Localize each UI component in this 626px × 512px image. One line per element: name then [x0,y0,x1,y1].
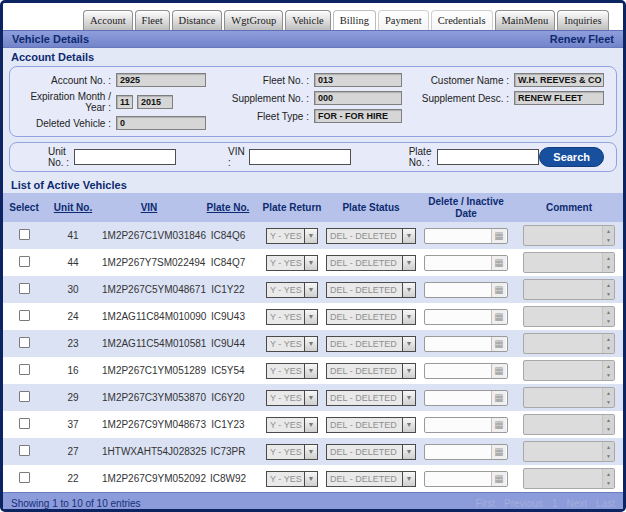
column-header-unit-no-[interactable]: Unit No. [45,193,101,222]
plate-return-select[interactable]: Y - YES ▼ [266,255,318,271]
calendar-icon[interactable]: ▦ [491,283,506,297]
renew-fleet-link[interactable]: Renew Fleet [550,33,614,45]
tab-fleet[interactable]: Fleet [135,10,170,30]
chevron-down-icon: ▼ [304,391,317,405]
vehicle-row: 29 1M2P267C3YM053870 IC6Y20 Y - YES ▼ DE… [3,384,623,411]
plate-return-select[interactable]: Y - YES ▼ [266,282,318,298]
select-checkbox[interactable] [19,337,30,348]
vehicle-details-page: AccountFleetDistanceWgtGroupVehicleBilli… [0,0,626,512]
pagination-previous[interactable]: Previous [504,498,543,509]
plate-status-select[interactable]: DEL - DELETED ▼ [326,471,416,487]
plate-return-select[interactable]: Y - YES ▼ [266,336,318,352]
delete-inactive-date-input[interactable]: ▦ [424,444,508,460]
calendar-icon[interactable]: ▦ [491,391,506,405]
calendar-icon[interactable]: ▦ [491,472,506,486]
unit-no-cell: 27 [45,438,101,465]
plate-return-select[interactable]: Y - YES ▼ [266,390,318,406]
chevron-down-icon: ▼ [402,391,415,405]
select-checkbox[interactable] [19,310,30,321]
delete-inactive-date-input[interactable]: ▦ [424,309,508,325]
column-header-vin[interactable]: VIN [101,193,197,222]
calendar-icon[interactable]: ▦ [491,364,506,378]
delete-inactive-date-input[interactable]: ▦ [424,390,508,406]
calendar-icon[interactable]: ▦ [491,229,506,243]
plate-return-select[interactable]: Y - YES ▼ [266,363,318,379]
tab-mainmenu[interactable]: MainMenu [495,10,556,30]
tab-vehicle[interactable]: Vehicle [285,10,331,30]
plate-no-input[interactable] [437,149,539,165]
calendar-icon[interactable]: ▦ [491,256,506,270]
delete-inactive-date-input[interactable]: ▦ [424,282,508,298]
plate-status-select[interactable]: DEL - DELETED ▼ [326,255,416,271]
expiration-year-field: 2015 [137,95,173,109]
select-checkbox[interactable] [19,418,30,429]
comment-textarea: ▲▼ [523,468,615,489]
plate-status-select[interactable]: DEL - DELETED ▼ [326,417,416,433]
comment-textarea: ▲▼ [523,306,615,327]
supplement-desc-field: RENEW FLEET [514,91,604,105]
delete-inactive-date-input[interactable]: ▦ [424,363,508,379]
select-checkbox[interactable] [19,472,30,483]
tab-inquiries[interactable]: Inquiries [557,10,608,30]
pagination-last[interactable]: Last [596,498,615,509]
vin-input[interactable] [249,149,351,165]
comment-textarea: ▲▼ [523,252,615,273]
spinner-arrows-icon: ▲▼ [602,334,614,353]
plate-status-select[interactable]: DEL - DELETED ▼ [326,390,416,406]
plate-return-select[interactable]: Y - YES ▼ [266,471,318,487]
vehicle-row: 24 1M2AG11C84M010090 IC9U43 Y - YES ▼ DE… [3,303,623,330]
plate-status-select[interactable]: DEL - DELETED ▼ [326,444,416,460]
unit-no-input[interactable] [74,149,176,165]
calendar-icon[interactable]: ▦ [491,418,506,432]
plate-status-select[interactable]: DEL - DELETED ▼ [326,309,416,325]
pagination-first[interactable]: First [476,498,495,509]
tab-billing[interactable]: Billing [333,10,376,30]
calendar-icon[interactable]: ▦ [491,337,506,351]
tab-credentials[interactable]: Credentials [431,10,493,30]
tab-account[interactable]: Account [83,10,133,30]
delete-inactive-date-input[interactable]: ▦ [424,417,508,433]
plate-status-select[interactable]: DEL - DELETED ▼ [326,363,416,379]
plate-status-select[interactable]: DEL - DELETED ▼ [326,228,416,244]
select-checkbox[interactable] [19,364,30,375]
plate-return-select[interactable]: Y - YES ▼ [266,309,318,325]
plate-status-select[interactable]: DEL - DELETED ▼ [326,336,416,352]
tab-payment[interactable]: Payment [378,10,429,30]
plate-status-select[interactable]: DEL - DELETED ▼ [326,282,416,298]
select-checkbox[interactable] [19,229,30,240]
spinner-arrows-icon: ▲▼ [602,253,614,272]
calendar-icon[interactable]: ▦ [491,310,506,324]
search-panel: Unit No. : VIN : Plate No. : Search [9,142,617,172]
select-checkbox[interactable] [19,283,30,294]
unit-no-cell: 30 [45,276,101,303]
select-checkbox[interactable] [19,445,30,456]
vin-cell: 1M2P267Y7SM022494 [101,249,197,276]
chevron-down-icon: ▼ [304,445,317,459]
chevron-down-icon: ▼ [402,418,415,432]
comment-textarea: ▲▼ [523,333,615,354]
vehicle-row: 27 1HTWXAHT54J028325 IC73PR Y - YES ▼ DE… [3,438,623,465]
supplement-no-field: 000 [314,91,402,105]
customer-name-field: W.H. REEVES & CO INC [514,73,604,87]
vehicle-row: 37 1M2P267C9YM048673 IC1Y23 Y - YES ▼ DE… [3,411,623,438]
delete-inactive-date-input[interactable]: ▦ [424,228,508,244]
tab-distance[interactable]: Distance [172,10,223,30]
column-header-delete-inactive-date: Delete / Inactive Date [417,193,515,222]
plate-return-select[interactable]: Y - YES ▼ [266,444,318,460]
select-checkbox[interactable] [19,391,30,402]
delete-inactive-date-input[interactable]: ▦ [424,255,508,271]
plate-return-select[interactable]: Y - YES ▼ [266,228,318,244]
select-checkbox[interactable] [19,256,30,267]
tab-wgtgroup[interactable]: WgtGroup [224,10,283,30]
column-header-plate-no-[interactable]: Plate No. [197,193,259,222]
fleet-no-field: 013 [314,73,402,87]
delete-inactive-date-input[interactable]: ▦ [424,336,508,352]
calendar-icon[interactable]: ▦ [491,445,506,459]
pagination-next[interactable]: Next [567,498,588,509]
vin-cell: 1M2P267C3YM053870 [101,384,197,411]
table-footer: Showing 1 to 10 of 10 entries FirstPrevi… [3,492,623,509]
plate-return-select[interactable]: Y - YES ▼ [266,417,318,433]
search-button[interactable]: Search [539,147,604,167]
pagination-1[interactable]: 1 [552,498,558,509]
delete-inactive-date-input[interactable]: ▦ [424,471,508,487]
